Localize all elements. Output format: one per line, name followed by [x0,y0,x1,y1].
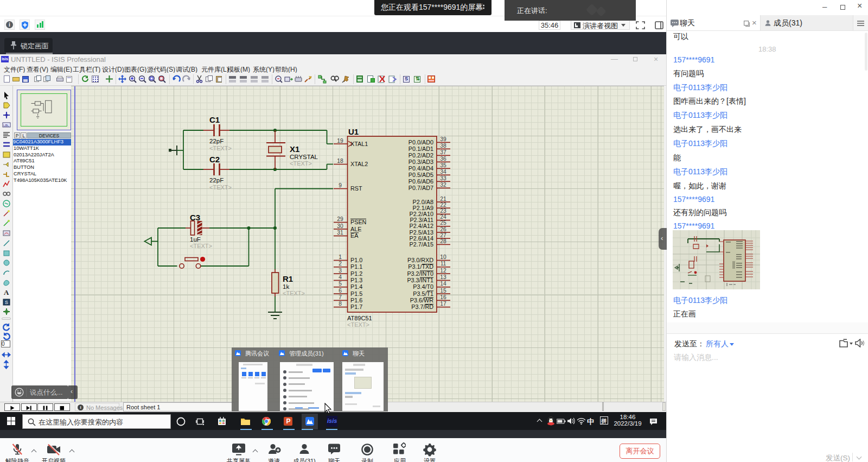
svg-text:CRYSTAL: CRYSTAL [290,154,318,160]
svg-text:P2.1/A9: P2.1/A9 [413,205,433,211]
svg-text:C3: C3 [190,213,200,222]
svg-text:C2: C2 [209,155,220,164]
svg-text:P0.2/AD2: P0.2/AD2 [409,152,433,159]
svg-text:P2.5/A13: P2.5/A13 [410,229,433,236]
svg-text:12: 12 [440,268,446,274]
svg-text:P3.5/T1: P3.5/T1 [413,290,433,297]
svg-text:24: 24 [440,214,446,220]
svg-text:P1.7: P1.7 [350,303,362,310]
svg-text:39: 39 [440,136,446,142]
svg-text:29: 29 [337,216,343,222]
svg-text:4: 4 [339,274,342,280]
svg-text:P2.0/A8: P2.0/A8 [413,199,433,205]
svg-text:16: 16 [440,294,446,300]
svg-text:P0.5/AD5: P0.5/AD5 [409,172,433,178]
svg-text:X1: X1 [290,144,299,154]
svg-text:P1.5: P1.5 [350,290,362,297]
svg-text:R1: R1 [283,274,293,283]
svg-text:2: 2 [339,261,342,267]
svg-text:36: 36 [440,156,446,162]
svg-text:P1.3: P1.3 [350,277,362,283]
svg-text:27: 27 [440,232,446,238]
svg-text:P3.7/RD: P3.7/RD [411,303,433,310]
svg-text:8: 8 [339,301,342,307]
svg-text:1: 1 [339,254,342,260]
svg-text:XTAL2: XTAL2 [350,161,368,167]
svg-text:6: 6 [339,288,342,294]
svg-text:P0.3/AD3: P0.3/AD3 [409,159,433,165]
svg-text:<TEXT>: <TEXT> [190,243,212,249]
svg-text:P3.4/T0: P3.4/T0 [413,283,433,290]
svg-text:18: 18 [337,158,343,164]
svg-text:11: 11 [441,261,446,267]
svg-text:P2.6/A14: P2.6/A14 [410,235,433,242]
svg-text:9: 9 [339,182,342,188]
svg-text:P3.2/INT0: P3.2/INT0 [407,270,433,277]
svg-text:PSEN: PSEN [350,219,366,225]
svg-text:38: 38 [440,143,446,149]
svg-text:1k: 1k [283,283,289,290]
svg-text:AT89C51: AT89C51 [347,315,372,321]
svg-text:37: 37 [440,149,446,155]
svg-text:P3.0/RXD: P3.0/RXD [407,257,433,263]
svg-text:30: 30 [337,223,343,229]
svg-text:P2.4/A12: P2.4/A12 [410,223,433,229]
svg-text:P1.4: P1.4 [350,283,362,290]
svg-text:<TEXT>: <TEXT> [283,290,305,296]
svg-text:28: 28 [440,238,446,244]
svg-text:P2.3/A11: P2.3/A11 [410,217,433,223]
svg-text:P3.3/INT1: P3.3/INT1 [407,277,433,283]
svg-text:P0.1/AD1: P0.1/AD1 [409,145,433,152]
svg-text:15: 15 [440,288,446,294]
svg-text:19: 19 [337,138,343,144]
svg-text:35: 35 [440,162,446,168]
svg-text:7: 7 [339,294,342,300]
svg-text:5: 5 [339,281,342,287]
svg-text:3: 3 [339,268,342,274]
svg-text:<TEXT>: <TEXT> [290,160,312,167]
svg-text:P1.0: P1.0 [350,257,362,263]
svg-text:P2.2/A10: P2.2/A10 [410,211,433,217]
svg-text:10: 10 [440,254,446,260]
svg-text:U1: U1 [348,127,359,136]
svg-text:ALE: ALE [350,226,361,232]
svg-text:P0.4/AD4: P0.4/AD4 [409,165,433,172]
svg-text:17: 17 [440,301,446,307]
svg-text:22pF: 22pF [209,138,224,144]
svg-text:21: 21 [440,196,446,202]
svg-text:13: 13 [440,274,446,280]
svg-text:P2.7/A15: P2.7/A15 [410,241,433,248]
svg-text:14: 14 [440,281,446,287]
svg-text:33: 33 [440,175,446,181]
svg-text:1uF: 1uF [190,236,201,243]
svg-text:32: 32 [440,182,446,188]
svg-text:RST: RST [350,185,362,192]
svg-text:C1: C1 [209,115,220,124]
svg-text:26: 26 [440,226,446,232]
svg-text:P1.1: P1.1 [350,263,362,270]
svg-text:31: 31 [337,230,343,236]
svg-text:P0.0/AD0: P0.0/AD0 [409,139,433,145]
svg-text:XTAL1: XTAL1 [350,141,368,147]
svg-text:P1.2: P1.2 [350,270,362,277]
svg-text:EA: EA [350,232,359,239]
svg-text:P1.6: P1.6 [350,297,362,303]
svg-text:<TEXT>: <TEXT> [209,145,232,151]
svg-text:<TEXT>: <TEXT> [347,321,369,328]
svg-text:34: 34 [440,169,446,175]
svg-text:P3.1/TXD: P3.1/TXD [408,263,433,270]
svg-text:23: 23 [440,208,446,214]
svg-text:22pF: 22pF [209,177,224,183]
svg-text:<TEXT>: <TEXT> [209,184,232,191]
svg-text:25: 25 [440,220,446,226]
svg-text:22: 22 [440,202,446,208]
svg-text:P0.7/AD7: P0.7/AD7 [409,185,433,191]
svg-text:P3.6/WR: P3.6/WR [410,297,433,303]
svg-text:P0.6/AD6: P0.6/AD6 [409,178,433,185]
